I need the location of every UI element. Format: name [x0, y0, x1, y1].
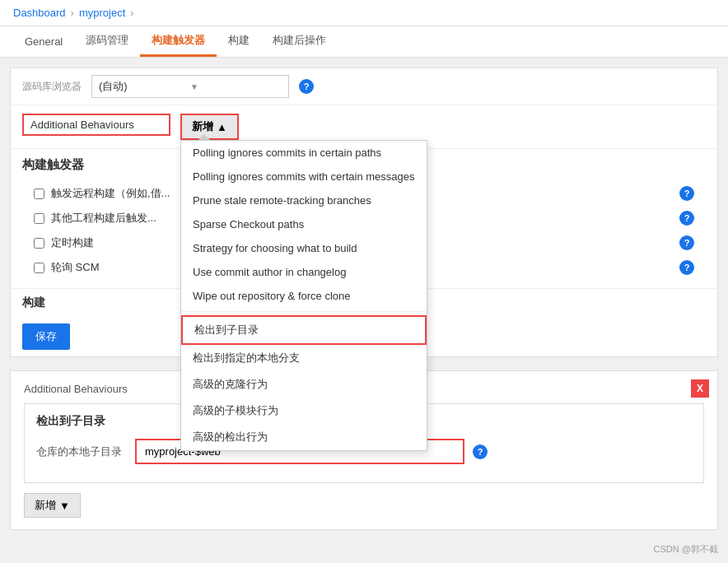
breadcrumb-sep1: › [71, 7, 74, 19]
dropdown-item-10[interactable]: 高级的子模块行为 [181, 398, 427, 424]
breadcrumb-sep2: › [130, 7, 133, 19]
breadcrumb-project[interactable]: myproject [79, 7, 125, 19]
watermark: CSDN @郭不截 [0, 540, 728, 559]
dropdown-item-1[interactable]: Polling ignores commits with certain mes… [181, 165, 427, 188]
upper-panel: 源码库浏览器 (自动) ▼ ? Additional Behaviours 新增… [10, 67, 718, 357]
help-icon-1[interactable]: ? [679, 211, 694, 226]
checkbox-label-1: 其他工程构建后触发... [51, 211, 156, 226]
add-button-cell: 新增 ▲ Polling ignores commits in certain … [180, 114, 706, 140]
checkbox-label-0: 触发远程构建（例如,借... [51, 186, 170, 201]
tab-post-build[interactable]: 构建后操作 [261, 26, 338, 57]
additional-behaviours-label: Additional Behaviours [22, 114, 170, 136]
help-icon-2[interactable]: ? [679, 235, 694, 250]
dropdown-item-7[interactable]: 检出到子目录 [181, 315, 427, 345]
checkbox-poll-scm[interactable] [34, 263, 44, 273]
checkbox-other-build[interactable] [34, 213, 44, 224]
help-icon-form[interactable]: ? [473, 444, 488, 459]
lower-dropdown-arrow-icon: ▼ [59, 500, 70, 512]
help-icon-0[interactable]: ? [679, 186, 694, 201]
dropdown-item-8[interactable]: 检出到指定的本地分支 [181, 345, 427, 371]
help-icon-3[interactable]: ? [679, 260, 694, 275]
tab-general[interactable]: General [13, 29, 74, 57]
dropdown-item-3[interactable]: Sparse Checkout paths [181, 212, 427, 236]
tab-trigger[interactable]: 构建触发器 [140, 26, 217, 57]
source-browser-select[interactable]: (自动) ▼ [91, 75, 289, 98]
tab-source[interactable]: 源码管理 [74, 26, 140, 57]
additional-behaviours-row: Additional Behaviours 新增 ▲ Polling ignor… [11, 105, 717, 149]
checkbox-label-3: 轮询 SCM [51, 260, 100, 275]
close-button[interactable]: X [691, 379, 709, 398]
checkbox-timed-build[interactable] [34, 238, 44, 249]
dropdown-item-2[interactable]: Prune stale remote-tracking branches [181, 188, 427, 212]
tab-build[interactable]: 构建 [217, 26, 261, 57]
dropdown-item-0[interactable]: Polling ignores commits in certain paths [181, 141, 427, 165]
help-icon-source[interactable]: ? [299, 79, 314, 94]
breadcrumb-dashboard[interactable]: Dashboard [13, 7, 66, 19]
select-arrow-icon: ▼ [190, 82, 282, 91]
form-label-directory: 仓库的本地子目录 [36, 444, 127, 459]
dropdown-arrow-icon: ▲ [217, 121, 227, 133]
source-browser-row: 源码库浏览器 (自动) ▼ ? [11, 68, 717, 105]
dropdown-item-11[interactable]: 高级的检出行为 [181, 424, 427, 450]
dropdown-item-6[interactable]: Wipe out repository & force clone [181, 284, 427, 308]
tabs-bar: General 源码管理 构建触发器 构建 构建后操作 [0, 26, 728, 58]
breadcrumb-bar: Dashboard › myproject › [0, 0, 728, 26]
dropdown-arrow-up-icon [198, 134, 211, 141]
checkbox-label-2: 定时构建 [51, 235, 94, 250]
dropdown-item-5[interactable]: Use commit author in changelog [181, 260, 427, 284]
lower-add-button[interactable]: 新增 ▼ [24, 493, 81, 518]
save-button[interactable]: 保存 [22, 323, 70, 350]
dropdown-item-4[interactable]: Strategy for choosing what to build [181, 236, 427, 260]
behaviour-dropdown: Polling ignores commits in certain paths… [180, 140, 427, 451]
source-browser-label: 源码库浏览器 [22, 80, 82, 94]
dropdown-item-9[interactable]: 高级的克隆行为 [181, 371, 427, 398]
checkbox-remote-build[interactable] [34, 188, 44, 199]
